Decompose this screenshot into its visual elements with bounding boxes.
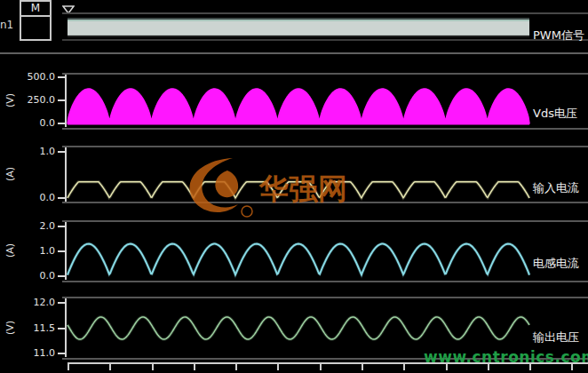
y-tick-label: 11.5	[12, 322, 55, 334]
y-tick-label: 250.0	[12, 94, 55, 106]
y-tick-mark	[58, 76, 66, 78]
time-axis-tick	[403, 363, 405, 370]
y-tick-label: 0.0	[12, 192, 55, 203]
channel-mode-label: M	[21, 2, 50, 17]
time-axis-tick	[320, 363, 322, 370]
panel-border-il	[62, 281, 588, 282]
pwm-channel-label: PWM信号	[533, 28, 588, 44]
y-tick-mark	[58, 151, 66, 153]
waveform-il	[68, 222, 529, 279]
time-axis-tick	[152, 363, 154, 370]
y-tick-mark	[58, 275, 66, 277]
y-tick-mark	[58, 99, 66, 101]
waveform-vds	[68, 75, 529, 126]
channel-label-vds: Vds电压	[533, 106, 588, 122]
channel-label-vout: 输出电压	[533, 329, 588, 345]
y-tick-label: 12.0	[12, 297, 55, 308]
panel-border-vds	[62, 128, 588, 130]
channel-name-label: n1	[0, 19, 13, 31]
y-tick-label: 11.0	[12, 347, 55, 359]
y-tick-label: 2.0	[12, 220, 55, 232]
time-axis-tick	[194, 363, 195, 370]
channel-label-il: 电感电流	[533, 256, 588, 272]
divider	[0, 52, 588, 54]
channel-mode-box[interactable]: M	[20, 0, 52, 41]
panel-border-iin	[62, 202, 588, 203]
y-tick-mark	[58, 123, 66, 124]
y-tick-label: 0.0	[12, 117, 55, 129]
time-axis-tick	[362, 363, 363, 370]
y-tick-label: 1.0	[12, 245, 55, 257]
time-axis-tick	[235, 363, 237, 370]
y-axis-iin	[65, 147, 67, 202]
y-tick-mark	[58, 302, 66, 304]
y-tick-label: 500.0	[12, 71, 55, 83]
oscilloscope-screen: M n1 PWM信号 华强网 www.cntronics.com (V)500.…	[0, 0, 588, 373]
divider	[62, 39, 588, 41]
pwm-signal-band	[68, 18, 529, 37]
y-tick-label: 1.0	[12, 146, 55, 157]
waveform-iin	[68, 147, 529, 201]
time-axis-tick	[277, 363, 279, 370]
time-axis-tick	[109, 363, 111, 370]
y-tick-mark	[58, 226, 66, 227]
y-tick-label: 0.0	[12, 270, 55, 282]
y-tick-mark	[58, 197, 66, 199]
y-tick-mark	[58, 353, 66, 354]
channel-label-iin: 输入电流	[533, 180, 588, 196]
watermark-site-url: www.cntronics.com	[424, 348, 588, 366]
y-tick-mark	[58, 328, 66, 329]
y-axis-unit-iin: (A)	[4, 167, 16, 181]
divider	[62, 12, 588, 14]
time-axis-tick	[68, 363, 69, 370]
y-tick-mark	[58, 250, 66, 252]
